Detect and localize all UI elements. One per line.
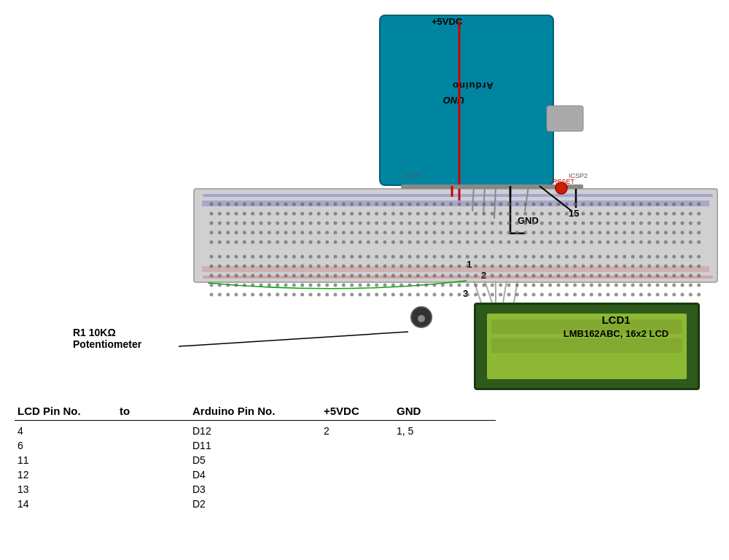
svg-point-578: [507, 293, 511, 297]
svg-point-565: [399, 293, 403, 297]
lcd1-model-label: LMB162ABC, 16x2 LCD: [547, 328, 685, 339]
svg-point-554: [309, 293, 313, 297]
svg-point-532: [623, 284, 626, 287]
header-lcd-pin: LCD Pin No.: [15, 405, 117, 417]
svg-point-590: [607, 293, 610, 297]
lcd1-name-label: LCD1: [554, 314, 678, 326]
svg-point-516: [491, 284, 494, 287]
svg-point-508: [424, 284, 428, 287]
table-cell-0-0: 4: [15, 425, 117, 437]
svg-point-579: [515, 293, 519, 297]
table-cell-4-4: [394, 483, 467, 495]
svg-point-567: [416, 293, 420, 297]
svg-point-528: [590, 284, 593, 287]
svg-point-569: [433, 293, 437, 297]
table-row: 14D2: [15, 497, 496, 511]
num-2-label: 2: [481, 270, 486, 281]
table-cell-4-2: D3: [190, 483, 321, 495]
svg-point-586: [573, 293, 577, 297]
svg-point-494: [309, 284, 313, 287]
icsp2-text: ICSP2: [569, 172, 588, 179]
svg-point-517: [499, 284, 502, 287]
svg-point-593: [631, 293, 635, 297]
table-header: LCD Pin No. to Arduino Pin No. +5VDC GND: [15, 405, 496, 421]
svg-point-539: [681, 284, 685, 287]
svg-point-562: [375, 293, 378, 297]
svg-point-553: [300, 293, 304, 297]
svg-point-588: [590, 293, 593, 297]
table-row: 11D5: [15, 453, 496, 467]
table-cell-0-1: [117, 425, 190, 437]
svg-point-576: [491, 293, 494, 297]
svg-point-501: [367, 284, 370, 287]
svg-point-597: [664, 293, 668, 297]
svg-point-577: [499, 293, 502, 297]
table-cell-5-4: [394, 498, 467, 510]
svg-point-580: [523, 293, 527, 297]
table-cell-4-3: [321, 483, 394, 495]
table-cell-4-1: [117, 483, 190, 495]
svg-point-522: [540, 284, 544, 287]
svg-point-558: [342, 293, 346, 297]
potentiometer-label: R1 10KΩ Potentiometer: [73, 327, 141, 350]
svg-point-538: [672, 284, 676, 287]
svg-point-581: [532, 293, 536, 297]
table-cell-5-1: [117, 498, 190, 510]
svg-point-585: [565, 293, 569, 297]
table-cell-1-4: [394, 440, 467, 451]
svg-point-589: [598, 293, 601, 297]
gnd-label: GND: [518, 215, 539, 226]
svg-point-596: [656, 293, 660, 297]
svg-point-542: [210, 293, 214, 297]
svg-point-547: [251, 293, 254, 297]
table-cell-5-3: [321, 498, 394, 510]
vcc-top-label: +5VDC: [432, 16, 462, 27]
svg-point-533: [631, 284, 635, 287]
svg-point-530: [607, 284, 610, 287]
arduino-uno-label: UNO: [443, 95, 464, 106]
diagram-area: Arduino UNO +5VDC GND 15 1 2 3 R1 10KΩ P…: [0, 0, 729, 394]
svg-point-504: [391, 284, 395, 287]
table-cell-1-1: [117, 440, 190, 451]
header-gnd: GND: [394, 405, 467, 417]
svg-point-551: [284, 293, 288, 297]
table-cell-2-4: [394, 454, 467, 466]
svg-point-568: [424, 293, 428, 297]
svg-point-510: [441, 284, 445, 287]
table-cell-3-3: [321, 469, 394, 481]
table-cell-2-3: [321, 454, 394, 466]
svg-point-485: [235, 284, 238, 287]
svg-point-560: [359, 293, 362, 297]
svg-point-557: [334, 293, 338, 297]
wire-lcd-5: [514, 281, 518, 303]
svg-point-519: [515, 284, 519, 287]
svg-point-563: [383, 293, 387, 297]
svg-point-527: [582, 284, 585, 287]
reset-text: RESET: [553, 178, 575, 185]
svg-point-544: [226, 293, 230, 297]
svg-point-582: [540, 293, 544, 297]
svg-point-483: [218, 284, 222, 287]
svg-point-598: [672, 293, 676, 297]
svg-point-509: [433, 284, 437, 287]
table-cell-3-1: [117, 469, 190, 481]
table-cell-1-0: 6: [15, 440, 117, 451]
svg-point-564: [391, 293, 395, 297]
table-cell-0-2: D12: [190, 425, 321, 437]
svg-point-543: [218, 293, 222, 297]
svg-point-500: [359, 284, 362, 287]
svg-point-506: [408, 284, 412, 287]
table-cell-4-0: 13: [15, 483, 117, 495]
svg-point-549: [268, 293, 271, 297]
table-rows: 4D1221, 56D1111D512D413D314D2: [15, 424, 496, 511]
svg-point-526: [573, 284, 577, 287]
svg-point-548: [260, 293, 263, 297]
table-row: 6D11: [15, 438, 496, 453]
svg-point-556: [325, 293, 329, 297]
wire-lcd-4: [503, 281, 507, 303]
table-cell-2-1: [117, 454, 190, 466]
svg-point-502: [375, 284, 378, 287]
svg-point-534: [639, 284, 643, 287]
r1-label: R1 10KΩ: [73, 327, 116, 338]
svg-point-521: [532, 284, 536, 287]
